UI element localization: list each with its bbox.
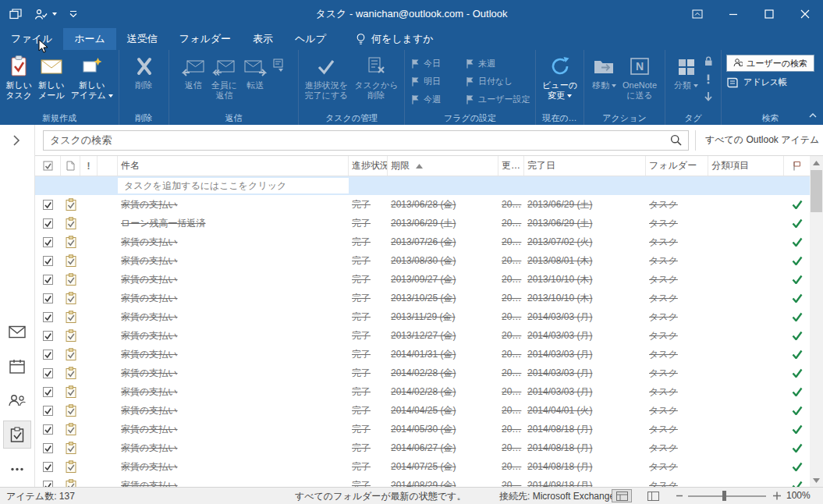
tab-folder[interactable]: フォルダー: [169, 28, 242, 50]
tab-send-receive[interactable]: 送受信: [116, 28, 169, 50]
forward-button[interactable]: 転送: [240, 51, 270, 91]
scroll-up-button[interactable]: [810, 156, 823, 169]
header-status-column[interactable]: 進捗状況: [349, 156, 388, 176]
task-row[interactable]: 家賃の支払い 完了 2013/08/30 (金) 20… 2013/08/01 …: [35, 251, 810, 270]
task-row[interactable]: 家賃の支払い 完了 2013/10/25 (金) 20… 2013/10/10 …: [35, 289, 810, 307]
zoom-out-button[interactable]: [676, 490, 683, 503]
flag-tomorrow-button[interactable]: 明日: [411, 76, 466, 87]
completed-check-icon[interactable]: [792, 462, 803, 471]
customize-quick-access-icon[interactable]: [69, 10, 77, 18]
zoom-slider[interactable]: [688, 495, 766, 497]
new-items-button[interactable]: 新しい アイテム: [68, 51, 116, 101]
scroll-down-button[interactable]: [810, 474, 823, 487]
private-button[interactable]: [703, 55, 714, 69]
reading-view-button[interactable]: [643, 489, 663, 502]
task-row[interactable]: 家賃の支払い 完了 2013/09/27 (金) 20… 2013/10/10 …: [35, 270, 810, 289]
header-subject-column[interactable]: 件名: [118, 156, 349, 176]
zoom-in-button[interactable]: [772, 490, 782, 503]
complete-checkbox[interactable]: [43, 406, 53, 416]
high-importance-button[interactable]: [703, 73, 714, 87]
low-importance-button[interactable]: [703, 91, 714, 105]
header-complete-column[interactable]: [35, 156, 61, 176]
complete-checkbox[interactable]: [43, 200, 53, 210]
completed-check-icon[interactable]: [792, 481, 803, 487]
address-book-button[interactable]: アドレス帳: [726, 76, 814, 88]
complete-checkbox[interactable]: [43, 443, 53, 453]
flag-custom-button[interactable]: ユーザー設定: [466, 94, 534, 105]
more-respond-actions-button[interactable]: [270, 51, 289, 72]
task-row[interactable]: 家賃の支払い 完了 2014/08/29 (金) 20… 2014/08/18 …: [35, 476, 810, 487]
nav-calendar-button[interactable]: [4, 353, 30, 379]
reply-all-button[interactable]: 全員に 返信: [208, 51, 240, 101]
task-row[interactable]: 家賃の支払い 完了 2014/02/28 (金) 20… 2014/03/03 …: [35, 382, 810, 401]
header-importance-column[interactable]: !: [80, 156, 98, 176]
completed-check-icon[interactable]: [792, 406, 803, 415]
header-icon-column[interactable]: [61, 156, 80, 176]
remove-from-list-button[interactable]: タスクから 削除: [351, 51, 401, 101]
task-row[interactable]: 家賃の支払い 完了 2014/05/30 (金) 20… 2014/08/18 …: [35, 420, 810, 438]
complete-checkbox[interactable]: [43, 424, 53, 435]
onenote-button[interactable]: N OneNote に送る: [619, 51, 660, 101]
completed-check-icon[interactable]: [792, 237, 803, 247]
search-input[interactable]: タスクの検索: [43, 130, 689, 151]
nav-mail-button[interactable]: [4, 318, 30, 345]
tab-home[interactable]: ホーム: [63, 28, 116, 50]
header-completed-column[interactable]: 完了日: [524, 156, 646, 176]
header-attachment-column[interactable]: [98, 156, 118, 176]
search-scope-dropdown[interactable]: すべての Outlook アイテム: [695, 130, 821, 151]
ribbon-display-options-button[interactable]: [679, 0, 715, 28]
completed-check-icon[interactable]: [792, 424, 803, 434]
app-window-icon[interactable]: [9, 9, 22, 20]
completed-check-icon[interactable]: [792, 256, 803, 265]
complete-checkbox[interactable]: [43, 218, 53, 229]
task-row[interactable]: 家賃の支払い 完了 2013/06/28 (金) 20… 2013/06/29 …: [35, 195, 810, 214]
header-folder-column[interactable]: フォルダー: [646, 156, 708, 176]
task-row[interactable]: 家賃の支払い 完了 2014/04/25 (金) 20… 2014/04/01 …: [35, 401, 810, 420]
mark-complete-button[interactable]: 進捗状況を 完了にする: [301, 51, 351, 101]
tab-view[interactable]: 表示: [242, 28, 284, 50]
complete-checkbox[interactable]: [43, 293, 53, 303]
completed-check-icon[interactable]: [792, 387, 803, 396]
completed-check-icon[interactable]: [792, 331, 803, 340]
completed-check-icon[interactable]: [792, 350, 803, 359]
completed-check-icon[interactable]: [792, 443, 803, 453]
collapse-ribbon-button[interactable]: [808, 108, 818, 122]
scrollbar-thumb[interactable]: [811, 170, 822, 212]
move-button[interactable]: 移動: [589, 51, 619, 91]
task-row[interactable]: 家賃の支払い 完了 2013/07/26 (金) 20… 2013/07/02 …: [35, 232, 810, 251]
nav-more-button[interactable]: [4, 456, 30, 482]
delete-button[interactable]: 削除: [129, 51, 159, 91]
complete-checkbox[interactable]: [43, 331, 53, 341]
complete-checkbox[interactable]: [43, 275, 53, 285]
send-receive-qat-icon[interactable]: [34, 9, 57, 20]
task-row[interactable]: 家賃の支払い 完了 2014/07/25 (金) 20… 2014/08/18 …: [35, 457, 810, 476]
flag-next-week-button[interactable]: 来週: [466, 58, 534, 69]
tab-file[interactable]: ファイル: [0, 28, 63, 50]
task-row[interactable]: 家賃の支払い 完了 2014/06/27 (金) 20… 2014/08/18 …: [35, 438, 810, 457]
new-mail-button[interactable]: 新しい メール: [35, 51, 68, 101]
completed-check-icon[interactable]: [792, 275, 803, 284]
complete-checkbox[interactable]: [43, 481, 53, 488]
expand-navigation-button[interactable]: [12, 135, 20, 149]
tell-me-box[interactable]: 何をしますか: [356, 28, 434, 50]
search-people-button[interactable]: ユーザーの検索: [726, 55, 814, 72]
reply-button[interactable]: 返信: [179, 51, 208, 91]
new-task-button[interactable]: 新しい タスク: [2, 51, 35, 101]
nav-tasks-button[interactable]: [4, 421, 30, 448]
completed-check-icon[interactable]: [792, 200, 803, 209]
add-new-task-row[interactable]: タスクを追加するにはここをクリック: [35, 176, 810, 195]
tab-help[interactable]: ヘルプ: [284, 28, 337, 50]
flag-no-date-button[interactable]: 日付なし: [466, 76, 534, 87]
task-row[interactable]: 家賃の支払い 完了 2013/12/27 (金) 20… 2014/03/03 …: [35, 326, 810, 345]
minimize-button[interactable]: [715, 0, 751, 28]
complete-checkbox[interactable]: [43, 462, 53, 472]
complete-checkbox[interactable]: [43, 387, 53, 397]
task-row[interactable]: 家賃の支払い 完了 2013/11/29 (金) 20… 2014/03/03 …: [35, 307, 810, 326]
normal-view-button[interactable]: [612, 489, 632, 502]
header-modified-column[interactable]: 更…: [498, 156, 524, 176]
task-row[interactable]: ローン残高一括返済 完了 2013/06/29 (土) 20… 2013/06/…: [35, 214, 810, 232]
complete-checkbox[interactable]: [43, 237, 53, 247]
completed-check-icon[interactable]: [792, 218, 803, 228]
categorize-button[interactable]: 分類: [671, 51, 701, 91]
flag-today-button[interactable]: 今日: [411, 58, 466, 69]
